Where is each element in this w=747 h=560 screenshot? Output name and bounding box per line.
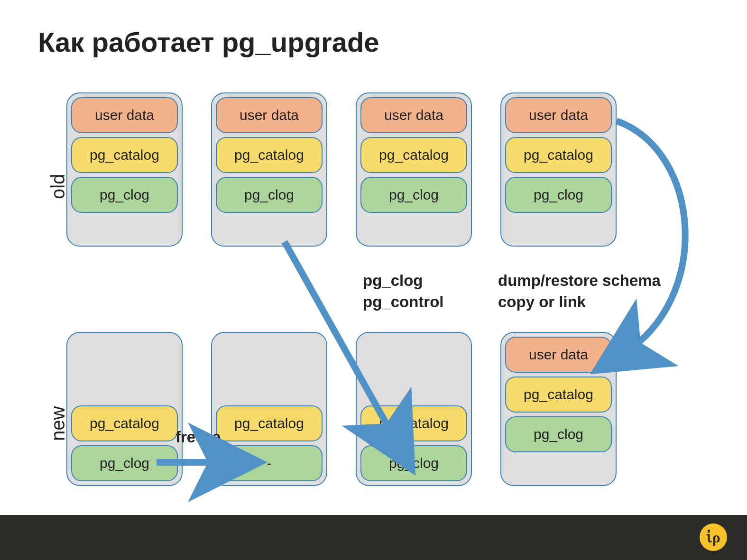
annotation-step4: dump/restore schema copy or link — [498, 270, 661, 312]
pill-pg-catalog: pg_catalog — [505, 137, 612, 173]
pill-pg-clog: pg_clog — [360, 177, 467, 213]
pill-pg-catalog: pg_catalog — [71, 137, 178, 173]
annotation-freeze: freeze — [175, 427, 221, 448]
pill-user-data: user data — [71, 97, 178, 133]
pill-pg-catalog: pg_catalog — [216, 137, 323, 173]
pill-pg-catalog: pg_catalog — [71, 405, 178, 441]
cluster-new-2: pg_catalog - — [211, 332, 327, 486]
pill-pg-clog: pg_clog — [71, 445, 178, 481]
slide: Как работает pg_upgrade old new user dat… — [0, 0, 747, 560]
pill-pg-clog: pg_clog — [505, 416, 612, 452]
arrow-userdata-copy — [617, 121, 685, 353]
cluster-old-4: user data pg_catalog pg_clog — [500, 92, 617, 247]
pill-user-data: user data — [360, 97, 467, 133]
pill-user-data: user data — [505, 97, 612, 133]
cluster-old-3: user data pg_catalog pg_clog — [356, 92, 472, 247]
pill-pg-catalog: pg_catalog — [505, 376, 612, 413]
footer-bar: ἰρ — [0, 515, 747, 560]
pill-user-data: user data — [216, 97, 323, 133]
row-label-old: old — [47, 174, 69, 199]
cluster-new-1: pg_catalog pg_clog — [66, 332, 183, 486]
row-label-new: new — [47, 406, 69, 441]
annotation-step3: pg_clog pg_control — [363, 270, 444, 312]
pill-pg-catalog: pg_catalog — [216, 405, 323, 441]
cluster-old-2: user data pg_catalog pg_clog — [211, 92, 327, 247]
pill-pg-catalog: pg_catalog — [360, 405, 467, 441]
pill-pg-clog: pg_clog — [71, 177, 178, 213]
pill-pg-clog: pg_clog — [216, 177, 323, 213]
pill-pg-clog: pg_clog — [505, 177, 612, 213]
cluster-old-1: user data pg_catalog pg_clog — [66, 92, 183, 247]
pill-user-data: user data — [505, 337, 612, 373]
slide-title: Как работает pg_upgrade — [38, 26, 379, 58]
pill-pg-catalog: pg_catalog — [360, 137, 467, 173]
footer-logo-glyph: ἰρ — [706, 528, 720, 546]
pill-pg-clog-frozen: - — [216, 445, 323, 481]
cluster-new-4: user data pg_catalog pg_clog — [500, 332, 617, 486]
pill-pg-clog: pg_clog — [360, 445, 467, 481]
cluster-new-3: pg_catalog pg_clog — [356, 332, 472, 486]
footer-logo-icon: ἰρ — [700, 523, 727, 551]
